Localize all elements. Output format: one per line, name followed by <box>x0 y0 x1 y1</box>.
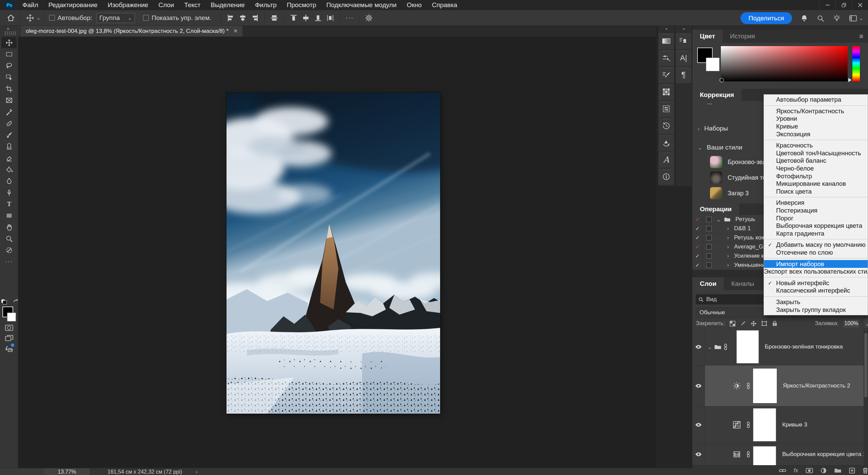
eraser-tool[interactable] <box>1 152 17 163</box>
spot-healing-brush-tool[interactable] <box>1 118 17 129</box>
tab-channels[interactable]: Каналы <box>724 277 762 290</box>
panel-menu-icon[interactable]: ≡ <box>859 33 863 40</box>
notifications-bell-icon[interactable] <box>800 14 808 22</box>
layer-visibility-eye-icon[interactable] <box>692 365 705 406</box>
workspace-switcher-icon[interactable]: ⌄ <box>849 15 863 22</box>
layer-mask-thumbnail[interactable] <box>753 369 777 403</box>
background-color-swatch[interactable] <box>7 313 16 321</box>
context-menu-item[interactable]: Черно-белое <box>764 165 868 173</box>
rectangle-shape-tool[interactable] <box>1 210 17 221</box>
rectangular-marquee-tool[interactable] <box>1 48 17 60</box>
action-dialog-toggle[interactable] <box>706 253 712 259</box>
context-menu-item[interactable]: Закрыть <box>764 298 868 306</box>
character-panel-icon[interactable]: A| <box>676 50 691 66</box>
add-layer-mask-icon[interactable] <box>806 468 813 473</box>
menubar-item[interactable]: Редактирование <box>43 0 103 10</box>
layer-filter-box[interactable]: Вид ⌄ <box>696 294 769 304</box>
context-menu-item[interactable]: Выборочная коррекция цвета <box>764 222 868 230</box>
action-dialog-toggle[interactable] <box>706 244 712 250</box>
scroll-up-icon[interactable]: ⌃ <box>864 329 867 332</box>
canvas-area[interactable] <box>18 37 656 468</box>
lock-transparency-icon[interactable] <box>730 321 735 326</box>
pen-tool[interactable] <box>1 187 17 198</box>
action-enabled-check-icon[interactable]: ✓ <box>692 215 703 224</box>
mixer-brush-tool[interactable] <box>1 244 17 256</box>
menubar-item[interactable]: Окно <box>402 0 427 10</box>
layer-row-curves[interactable]: Кривые 3 <box>692 406 864 444</box>
context-menu-item[interactable]: Красочность <box>764 142 868 150</box>
layer-visibility-eye-icon[interactable] <box>692 406 705 443</box>
layers-scrollbar[interactable]: ⌃ <box>864 328 868 465</box>
lock-position-icon[interactable] <box>751 321 756 326</box>
lock-all-icon[interactable] <box>772 321 777 326</box>
lasso-tool[interactable] <box>1 60 17 71</box>
tab-overflow-area[interactable]: » <box>0 25 21 37</box>
tab-actions[interactable]: Операции <box>692 203 739 215</box>
menubar-item[interactable]: Фильтр <box>250 0 282 10</box>
clone-stamp-tool[interactable] <box>1 141 17 152</box>
clone-source-panel-icon[interactable] <box>676 33 691 49</box>
collapse-panels-icon[interactable]: « <box>675 25 692 32</box>
document-tab[interactable]: oleg-moroz-test-004.jpg @ 13,8% (Яркость… <box>21 25 242 37</box>
context-menu-item[interactable]: ✓ Добавить маску по умолчанию <box>764 241 868 249</box>
menubar-item[interactable]: Просмотр <box>282 0 321 10</box>
tab-layers[interactable]: Слои <box>692 277 724 290</box>
layer-name[interactable]: Выборочная коррекция цвета 2 <box>782 451 864 458</box>
more-options-icon[interactable]: ··· <box>343 14 356 21</box>
context-menu-item[interactable] <box>764 140 867 140</box>
patterns-panel-icon[interactable] <box>658 84 674 100</box>
context-menu-item[interactable]: Автовыбор параметра <box>764 96 868 104</box>
minimize-button[interactable] <box>819 0 835 10</box>
action-dialog-toggle[interactable] <box>706 262 712 268</box>
restore-button[interactable] <box>835 0 852 10</box>
context-menu-item[interactable] <box>764 239 867 239</box>
distribute-bottom-icon[interactable] <box>312 14 324 22</box>
swap-colors-icon[interactable] <box>0 298 18 304</box>
context-menu-item[interactable]: Постеризация <box>764 207 868 215</box>
document-image[interactable] <box>226 93 440 414</box>
photoshop-logo-icon[interactable]: Ps <box>5 1 14 9</box>
layer-row-selected[interactable]: Яркость/Контрастность 2 <box>692 365 864 407</box>
close-document-icon[interactable]: ✕ <box>233 28 238 34</box>
gradients-panel-icon[interactable] <box>658 33 674 49</box>
menubar-item[interactable]: Выделение <box>205 0 250 10</box>
align-right-icon[interactable] <box>249 14 261 22</box>
screen-mode-icon[interactable] <box>5 334 14 342</box>
art-history-panel-icon[interactable] <box>658 135 674 151</box>
action-enabled-check-icon[interactable]: ✓ <box>692 261 703 270</box>
context-menu-item[interactable] <box>764 277 867 277</box>
link-layers-icon[interactable] <box>779 468 786 473</box>
fill-value[interactable]: 100% <box>843 319 859 328</box>
layer-mask-thumbnail[interactable] <box>736 330 759 363</box>
layer-name[interactable]: Кривые 3 <box>782 421 807 428</box>
context-menu-item[interactable] <box>764 258 867 258</box>
menubar-item[interactable]: Текст <box>179 0 205 10</box>
status-chevron-icon[interactable]: › <box>196 469 197 475</box>
collapse-panels-icon[interactable]: « <box>658 25 674 32</box>
context-menu-item[interactable]: Экспозиция <box>764 130 868 138</box>
context-menu-item[interactable]: Отсечение по слою <box>764 249 868 257</box>
tab-adjustments[interactable]: Коррекция <box>692 89 742 101</box>
capture-share-icon[interactable] <box>5 344 14 353</box>
context-menu-item[interactable]: Яркость/Контрастность <box>764 107 868 115</box>
new-group-folder-icon[interactable] <box>834 468 842 473</box>
autoselect-target-select[interactable]: Группа ⌄ <box>96 13 135 23</box>
new-adjustment-layer-icon[interactable] <box>821 468 827 474</box>
color-field-cursor[interactable] <box>719 78 724 82</box>
hue-slider[interactable] <box>852 46 860 81</box>
context-menu-item[interactable]: Классический интерфейс <box>764 287 868 295</box>
pattern-preview-panel-icon[interactable] <box>658 101 674 117</box>
search-icon[interactable] <box>816 14 825 22</box>
action-enabled-check-icon[interactable]: ✓ <box>692 252 703 260</box>
discover-lightbulb-icon[interactable] <box>833 14 841 22</box>
action-expand-icon[interactable]: › <box>725 234 731 241</box>
action-dialog-toggle[interactable] <box>706 217 712 222</box>
action-enabled-check-icon[interactable]: ✓ <box>692 224 703 233</box>
layer-mask-thumbnail[interactable] <box>753 408 776 441</box>
action-expand-icon[interactable]: › <box>725 253 731 259</box>
hue-slider-arrow[interactable] <box>848 78 851 82</box>
context-menu-item[interactable]: Уровни <box>764 115 868 123</box>
group-expand-icon[interactable]: ⌄ <box>708 344 712 350</box>
share-button[interactable]: Поделиться <box>741 12 792 24</box>
frame-tool[interactable] <box>1 95 17 106</box>
